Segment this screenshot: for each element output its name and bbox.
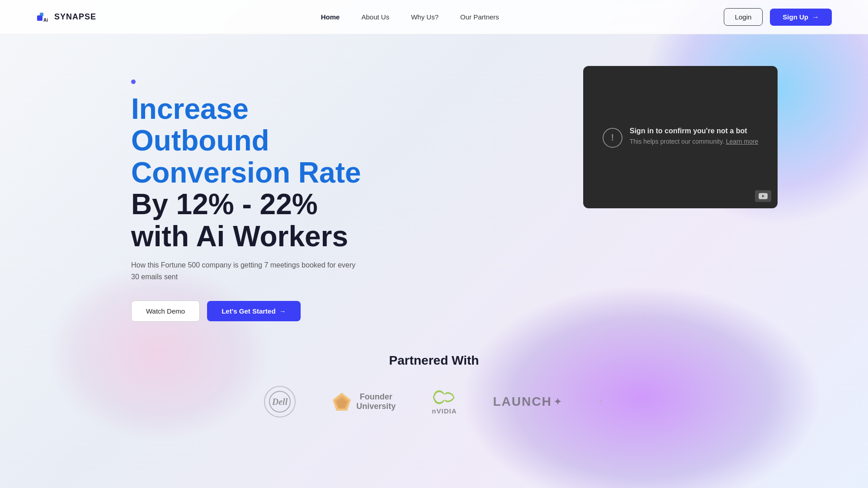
partners-section: Partnered With Dell Founder University <box>0 340 868 445</box>
hero-subtext: How this Fortune 500 company is getting … <box>131 259 357 282</box>
nav-links: Home About Us Why Us? Our Partners <box>321 13 499 21</box>
partner-founder-university: Founder University <box>332 392 396 412</box>
hero-section: Increase Outbound Conversion Rate By 12%… <box>0 34 868 340</box>
headline-line1: Increase <box>131 93 439 125</box>
warning-title: Sign in to confirm you're not a bot <box>630 127 759 135</box>
hero-buttons: Watch Demo Let's Get Started → <box>131 300 439 322</box>
hero-content: Increase Outbound Conversion Rate By 12%… <box>131 70 439 322</box>
svg-rect-1 <box>40 13 43 16</box>
svg-text:Ai: Ai <box>43 18 48 23</box>
founder-university-text: Founder University <box>356 392 396 412</box>
dell-logo-icon: Dell <box>264 386 296 418</box>
svg-text:Dell: Dell <box>272 397 288 407</box>
nvidia-eye-icon <box>432 389 457 405</box>
youtube-icon <box>755 190 771 202</box>
partners-logos: Dell Founder University nV <box>36 386 832 418</box>
partner-nvidia: nVIDIA <box>432 389 457 415</box>
partner-partial: ↑ <box>599 395 604 408</box>
hero-headline: Increase Outbound Conversion Rate By 12%… <box>131 93 439 252</box>
partial-logo: ↑ <box>599 395 604 408</box>
logo: Ai SYNAPSE <box>36 10 96 24</box>
warning-text: Sign in to confirm you're not a bot This… <box>630 127 759 145</box>
headline-line3: Conversion Rate <box>131 157 439 188</box>
nav-why-us[interactable]: Why Us? <box>411 13 439 21</box>
headline-line5: with Ai Workers <box>131 221 439 252</box>
get-started-arrow-icon: → <box>279 307 286 315</box>
nvidia-logo-container: nVIDIA <box>432 389 457 415</box>
launch-logo-text: LAUNCH ✦ <box>493 394 562 409</box>
partner-launch: LAUNCH ✦ <box>493 394 562 409</box>
watch-demo-button[interactable]: Watch Demo <box>131 300 200 322</box>
headline-line2: Outbound <box>131 125 439 156</box>
launch-text: LAUNCH <box>493 394 552 409</box>
partner-dell: Dell <box>264 386 296 418</box>
video-warning: ! Sign in to confirm you're not a bot Th… <box>585 127 777 148</box>
get-started-label: Let's Get Started <box>222 307 275 315</box>
warning-body: This helps protect our community. Learn … <box>630 138 759 145</box>
partners-title: Partnered With <box>36 353 832 368</box>
get-started-button[interactable]: Let's Get Started → <box>207 301 300 321</box>
brand-name: SYNAPSE <box>54 12 96 22</box>
warning-icon: ! <box>603 128 623 148</box>
hero-video: ! Sign in to confirm you're not a bot Th… <box>583 66 778 208</box>
nav-home[interactable]: Home <box>321 13 340 21</box>
nav-partners[interactable]: Our Partners <box>460 13 499 21</box>
learn-more-link[interactable]: Learn more <box>726 138 759 145</box>
signup-arrow-icon: → <box>812 13 819 21</box>
login-button[interactable]: Login <box>724 8 763 26</box>
nvidia-text: nVIDIA <box>432 407 457 415</box>
nav-about[interactable]: About Us <box>361 13 389 21</box>
nav-actions: Login Sign Up → <box>724 8 832 26</box>
launch-star-icon: ✦ <box>554 396 562 407</box>
logo-icon: Ai <box>36 10 51 24</box>
headline-line4: By 12% - 22% <box>131 188 439 220</box>
video-container[interactable]: ! Sign in to confirm you're not a bot Th… <box>583 66 778 208</box>
signup-label: Sign Up <box>783 13 808 21</box>
dot-indicator <box>131 80 136 84</box>
signup-button[interactable]: Sign Up → <box>770 9 832 26</box>
founder-university-icon <box>332 392 352 412</box>
navbar: Ai SYNAPSE Home About Us Why Us? Our Par… <box>0 0 868 34</box>
exclamation-icon: ! <box>611 132 614 143</box>
